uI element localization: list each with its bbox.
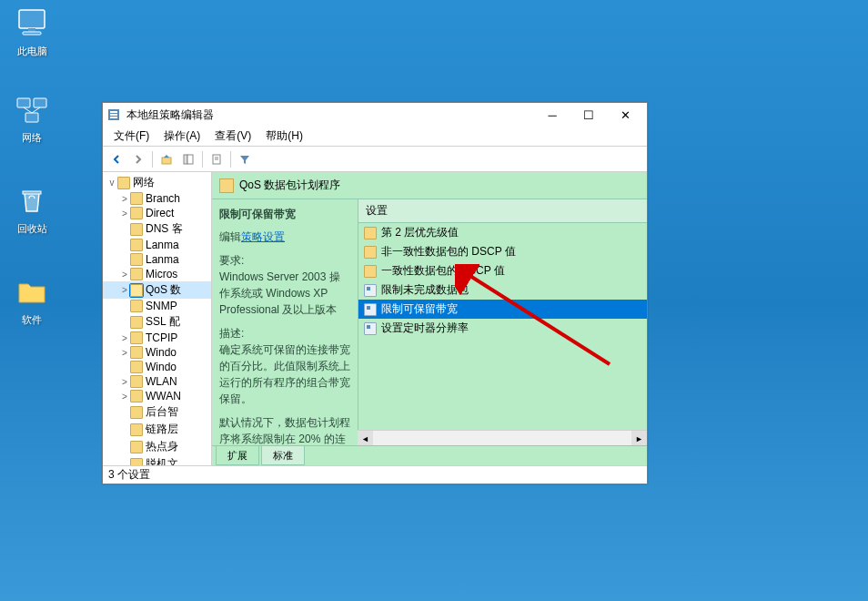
tree-node[interactable]: SNMP [103, 299, 211, 313]
computer-icon [14, 5, 50, 41]
desktop-icon-label: 此电脑 [5, 45, 59, 58]
folder-icon [14, 273, 50, 310]
folder-icon [219, 178, 234, 193]
tree-node[interactable]: Lanma [103, 252, 211, 267]
list-item[interactable]: 第 2 层优先级值 [358, 223, 647, 242]
svg-line-7 [32, 107, 40, 113]
content-header: QoS 数据包计划程序 [212, 172, 647, 199]
status-bar: 3 个设置 [103, 465, 647, 484]
desktop-icon-label: 软件 [5, 313, 59, 327]
titlebar: 本地组策略编辑器 ─ ☐ ✕ [103, 103, 647, 127]
tree-node[interactable]: SSL 配 [103, 313, 211, 331]
tree-node[interactable]: Lanma [103, 238, 211, 252]
tree-node[interactable]: >Windo [103, 345, 211, 360]
svg-rect-14 [184, 155, 187, 164]
svg-rect-12 [110, 117, 117, 118]
app-icon [106, 107, 121, 122]
scroll-track[interactable] [373, 431, 631, 445]
setting-icon [364, 303, 377, 316]
svg-rect-15 [187, 155, 193, 164]
list-item[interactable]: 非一致性数据包的 DSCP 值 [358, 242, 647, 261]
svg-line-6 [24, 107, 32, 113]
setting-icon [364, 284, 377, 297]
toolbar [103, 147, 647, 172]
tree-node[interactable]: >Micros [103, 267, 211, 281]
horizontal-scrollbar[interactable]: ◄ ► [358, 430, 647, 445]
list-column-header[interactable]: 设置 [358, 199, 647, 223]
desktop-icon-computer[interactable]: 此电脑 [5, 5, 59, 58]
recycle-icon [14, 182, 50, 219]
minimize-button[interactable]: ─ [534, 105, 570, 125]
folder-icon [364, 265, 377, 278]
window-title: 本地组策略编辑器 [126, 107, 534, 123]
folder-icon [364, 246, 377, 259]
tree-pane[interactable]: v网络 >Branch>DirectDNS 客LanmaLanma>Micros… [103, 172, 212, 465]
folder-icon [364, 227, 377, 239]
description-pane: 限制可保留带宽 编辑策略设置 要求:Windows Server 2003 操作… [212, 199, 358, 445]
tree-node[interactable]: 后台智 [103, 403, 211, 421]
desktop-icon-network[interactable]: 网络 [5, 91, 59, 145]
tree-node[interactable]: >QoS 数 [103, 281, 211, 299]
up-button[interactable] [156, 149, 177, 169]
menu-help[interactable]: 帮助(H) [258, 127, 310, 146]
back-button[interactable] [106, 149, 126, 169]
tree-node[interactable]: >WWAN [103, 389, 211, 403]
close-button[interactable]: ✕ [607, 105, 643, 125]
tree-node[interactable]: Windo [103, 360, 211, 374]
show-hide-button[interactable] [178, 149, 198, 169]
tree-node-root[interactable]: v网络 [103, 174, 211, 191]
svg-rect-8 [23, 191, 41, 194]
tree-node[interactable]: >TCPIP [103, 331, 211, 345]
tab-extended[interactable]: 扩展 [216, 446, 259, 465]
header-title: QoS 数据包计划程序 [239, 178, 340, 193]
scroll-left-button[interactable]: ◄ [358, 431, 373, 445]
network-icon [14, 91, 50, 127]
desktop-icon-recycle[interactable]: 回收站 [5, 182, 59, 236]
svg-rect-0 [19, 10, 45, 28]
tree-node[interactable]: >Direct [103, 206, 211, 220]
list-item[interactable]: 一致性数据包的 DSCP 值 [358, 261, 647, 280]
edit-policy-link[interactable]: 策略设置 [241, 230, 285, 243]
setting-icon [364, 322, 377, 335]
gpedit-window: 本地组策略编辑器 ─ ☐ ✕ 文件(F) 操作(A) 查看(V) 帮助(H) v… [102, 102, 648, 484]
desktop-icon-label: 回收站 [5, 222, 59, 236]
scroll-right-button[interactable]: ► [631, 431, 647, 445]
filter-button[interactable] [235, 149, 255, 169]
tree-node[interactable]: DNS 客 [103, 220, 211, 238]
svg-rect-2 [23, 32, 41, 35]
tree-node[interactable]: 脱机文 [103, 455, 211, 465]
policy-title: 限制可保留带宽 [219, 207, 350, 222]
svg-rect-4 [34, 98, 46, 107]
forward-button[interactable] [128, 149, 148, 169]
svg-rect-11 [110, 114, 117, 116]
svg-rect-13 [162, 158, 171, 164]
properties-button[interactable] [207, 149, 227, 169]
view-tabs: 扩展 标准 [212, 445, 647, 465]
menu-action[interactable]: 操作(A) [156, 127, 207, 146]
svg-rect-1 [28, 28, 35, 32]
menu-view[interactable]: 查看(V) [207, 127, 258, 146]
menubar: 文件(F) 操作(A) 查看(V) 帮助(H) [103, 127, 647, 147]
desktop-icon-software[interactable]: 软件 [5, 273, 59, 327]
svg-rect-5 [25, 113, 38, 122]
desktop-icon-label: 网络 [5, 131, 59, 145]
list-item[interactable]: 设置定时器分辨率 [358, 319, 647, 338]
svg-rect-10 [110, 111, 117, 113]
list-item[interactable]: 限制未完成数据包 [358, 280, 647, 300]
settings-list[interactable]: 第 2 层优先级值非一致性数据包的 DSCP 值一致性数据包的 DSCP 值限制… [358, 223, 647, 430]
maximize-button[interactable]: ☐ [570, 105, 607, 125]
tree-node[interactable]: >Branch [103, 191, 211, 206]
list-item[interactable]: 限制可保留带宽 [358, 300, 647, 319]
tab-standard[interactable]: 标准 [261, 446, 305, 465]
menu-file[interactable]: 文件(F) [106, 127, 156, 146]
svg-rect-3 [17, 98, 30, 107]
tree-node[interactable]: 热点身 [103, 438, 211, 455]
tree-node[interactable]: 链路层 [103, 421, 211, 438]
status-text: 3 个设置 [108, 467, 150, 483]
tree-node[interactable]: >WLAN [103, 374, 211, 389]
